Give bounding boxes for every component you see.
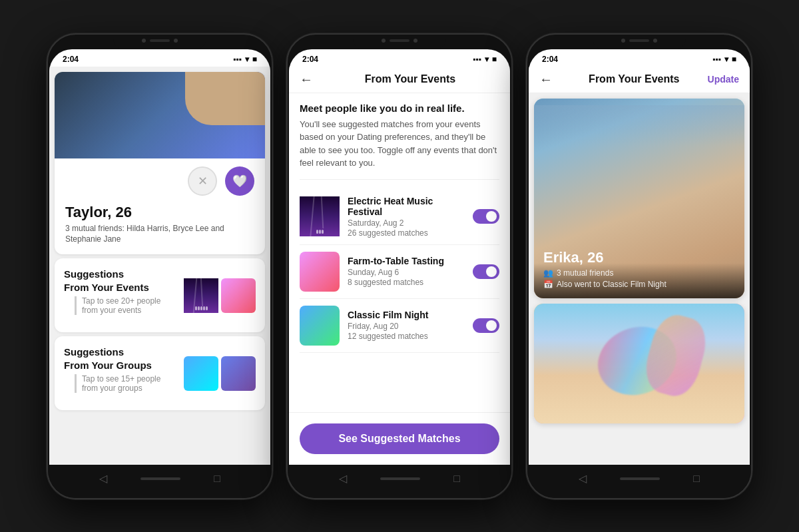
p3-header: ← From Your Events Update	[529, 67, 750, 93]
signal-icon-3: ▪▪▪	[712, 55, 721, 64]
concert-visual	[184, 278, 218, 313]
camera-4	[413, 39, 417, 43]
event-img-2	[300, 252, 340, 292]
notch-2	[382, 39, 417, 43]
status-icons-2: ▪▪▪ ▾ ■	[473, 55, 497, 64]
phone-2-content: ← From Your Events Meet people like you …	[289, 67, 510, 465]
recents-nav-3[interactable]: □	[693, 473, 700, 485]
skyline-hint	[534, 105, 744, 145]
event-img-food	[221, 278, 256, 313]
event-item-2[interactable]: Farm-to-Table Tasting Sunday, Aug 6 8 su…	[300, 245, 499, 299]
arm-shape	[185, 72, 265, 125]
group-img-2	[221, 356, 256, 391]
profile-card: ✕ 🤍 Taylor, 26 3 mutual friends: Hilda H…	[55, 72, 265, 255]
home-bar-3[interactable]	[620, 477, 660, 480]
dislike-button[interactable]: ✕	[188, 166, 217, 196]
event-img-1	[300, 196, 340, 236]
profile-info: Taylor, 26 3 mutual friends: Hilda Harri…	[55, 204, 265, 255]
profile-actions: ✕ 🤍	[55, 158, 265, 204]
back-nav-1[interactable]: ◁	[99, 472, 107, 485]
status-icons-3: ▪▪▪ ▾ ■	[712, 55, 736, 64]
back-button-3[interactable]: ←	[539, 72, 553, 87]
status-time-3: 2:04	[542, 55, 558, 64]
suggestions-groups-card[interactable]: SuggestionsFrom Your Groups Tap to see 1…	[55, 336, 265, 410]
groups-tap-hint: Tap to see 15+ people from your groups	[75, 374, 165, 393]
phone-2-bottom-nav: ◁ □	[288, 465, 511, 498]
events-images	[184, 278, 256, 313]
home-bar-2[interactable]	[380, 477, 420, 480]
back-nav-2[interactable]: ◁	[339, 472, 347, 485]
status-icons-1: ▪▪▪ ▾ ■	[233, 55, 257, 64]
recents-nav-1[interactable]: □	[214, 473, 220, 485]
phone-2: 2:04 ▪▪▪ ▾ ■ ← From Your Events Meet peo…	[286, 33, 513, 499]
intro-bold: Meet people like you do in real life.	[300, 103, 499, 114]
profile3-overlay: Erika, 26 👥 3 mutual friends 📅 Also went…	[534, 240, 744, 298]
speaker-3	[629, 39, 649, 42]
event-img-3	[300, 306, 340, 346]
event-info-2: Farm-to-Table Tasting Sunday, Aug 6 8 su…	[348, 256, 465, 287]
battery-icon: ■	[252, 55, 257, 64]
profile3-card: Erika, 26 👥 3 mutual friends 📅 Also went…	[534, 99, 744, 298]
like-button[interactable]: 🤍	[225, 166, 254, 196]
profile3-event: 📅 Also went to Classic Film Night	[543, 280, 735, 289]
p3-header-title: From Your Events	[561, 73, 708, 85]
event-date-1: Saturday, Aug 2	[348, 218, 465, 228]
home-bar-1[interactable]	[140, 477, 180, 480]
back-button-2[interactable]: ←	[300, 72, 313, 87]
status-bar-1: 2:04 ▪▪▪ ▾ ■	[49, 49, 270, 67]
intro-text: You'll see suggested matches from your e…	[300, 118, 499, 180]
event-name-1: Electric Heat Music Festival	[348, 196, 465, 217]
phone-3: 2:04 ▪▪▪ ▾ ■ ← From Your Events Update	[526, 33, 752, 499]
toggle-3[interactable]	[473, 318, 499, 333]
event-matches-1: 26 suggested matches	[348, 228, 465, 238]
profile3-name: Erika, 26	[543, 249, 735, 266]
phone-1: 2:04 ▪▪▪ ▾ ■ ✕ 🤍	[47, 33, 273, 499]
profile3-friends: 👥 3 mutual friends	[543, 268, 735, 278]
camera-2	[174, 39, 178, 43]
camera-6	[653, 39, 657, 43]
event-info-3: Classic Film Night Friday, Aug 20 12 sug…	[348, 310, 465, 341]
heart-icon: 🤍	[232, 174, 247, 188]
see-suggested-matches-button[interactable]: See Suggested Matches	[300, 423, 499, 454]
speaker-2	[390, 39, 409, 42]
phone-3-bottom-nav: ◁ □	[527, 465, 751, 498]
notch-1	[142, 39, 178, 43]
status-bar-3: 2:04 ▪▪▪ ▾ ■	[529, 49, 750, 67]
suggestions-groups-title: SuggestionsFrom Your Groups	[64, 346, 176, 372]
event-item-1[interactable]: Electric Heat Music Festival Saturday, A…	[300, 189, 499, 245]
toggle-2[interactable]	[473, 264, 499, 279]
profile-image	[55, 72, 265, 158]
event-name-2: Farm-to-Table Tasting	[348, 256, 465, 266]
camera-1	[142, 39, 146, 43]
suggestions-events-title: SuggestionsFrom Your Events	[64, 268, 176, 294]
camera-5	[621, 39, 625, 43]
groups-images	[184, 356, 256, 391]
battery-icon-2: ■	[492, 55, 497, 64]
update-button[interactable]: Update	[708, 74, 739, 85]
event-info-1: Electric Heat Music Festival Saturday, A…	[348, 196, 465, 238]
toggle-1[interactable]	[473, 209, 499, 224]
concert-visual-2	[300, 196, 340, 236]
back-nav-3[interactable]: ◁	[579, 472, 587, 485]
battery-icon-3: ■	[732, 55, 736, 64]
phone-3-screen: 2:04 ▪▪▪ ▾ ■ ← From Your Events Update	[529, 49, 750, 465]
suggestions-events-card[interactable]: SuggestionsFrom Your Events Tap to see 2…	[55, 258, 265, 332]
event-item-3[interactable]: Classic Film Night Friday, Aug 20 12 sug…	[300, 299, 499, 353]
event-img-concert	[184, 278, 218, 313]
phones-container: 2:04 ▪▪▪ ▾ ■ ✕ 🤍	[0, 20, 799, 513]
event-matches-2: 8 suggested matches	[348, 278, 465, 287]
phone-2-screen: 2:04 ▪▪▪ ▾ ■ ← From Your Events Meet peo…	[289, 49, 510, 465]
suggestions-events-text: SuggestionsFrom Your Events Tap to see 2…	[64, 268, 176, 323]
profile-name: Taylor, 26	[65, 204, 254, 221]
wifi-icon: ▾	[245, 55, 249, 64]
second-photo	[534, 304, 744, 423]
event-matches-3: 12 suggested matches	[348, 332, 465, 341]
silk-photo-bg	[534, 304, 744, 423]
events-tap-hint: Tap to see 20+ people from your events	[75, 296, 165, 315]
signal-icon: ▪▪▪	[233, 55, 242, 64]
recents-nav-2[interactable]: □	[453, 473, 460, 485]
suggestions-groups-text: SuggestionsFrom Your Groups Tap to see 1…	[64, 346, 176, 401]
camera-3	[382, 39, 386, 43]
phone-1-bottom-nav: ◁ □	[48, 465, 272, 498]
profile3-image: Erika, 26 👥 3 mutual friends 📅 Also went…	[534, 99, 744, 298]
